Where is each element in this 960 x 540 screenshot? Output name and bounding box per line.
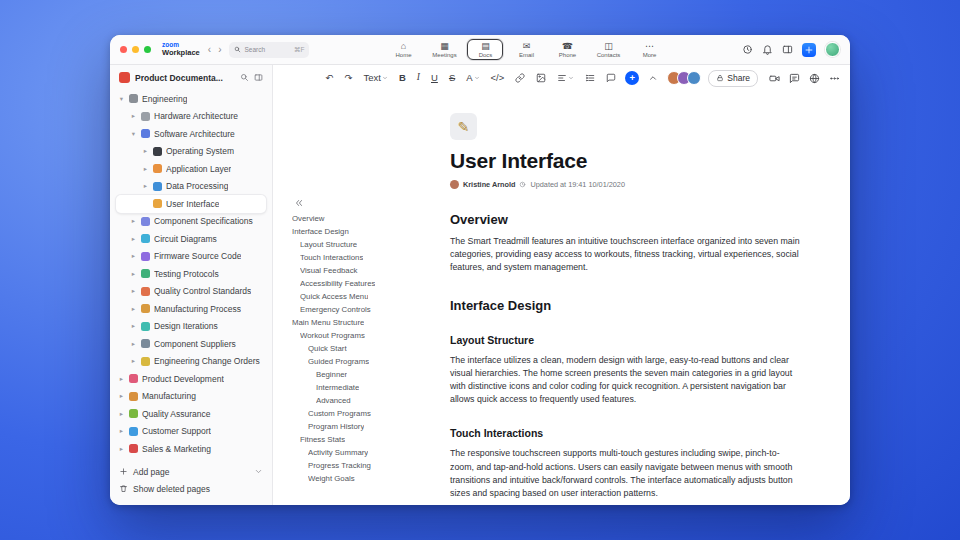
web-button[interactable] <box>809 73 820 84</box>
new-button[interactable] <box>802 43 816 57</box>
side-panel-button[interactable] <box>782 44 793 55</box>
outline-item[interactable]: Quick Access Menu <box>281 290 443 303</box>
sidebar-search-icon[interactable] <box>240 73 249 82</box>
chevron-right-icon[interactable]: ▸ <box>130 218 137 225</box>
tab-more[interactable]: ⋯More <box>631 39 667 60</box>
align-button[interactable] <box>555 70 576 86</box>
chevron-down-icon[interactable]: ▾ <box>130 131 137 138</box>
sidebar-item[interactable]: ▸Circuit Diagrams <box>116 230 266 248</box>
tab-meetings[interactable]: ▦Meetings <box>426 39 462 60</box>
chevron-right-icon[interactable]: ▸ <box>118 411 125 418</box>
chevron-down-icon[interactable]: ▾ <box>118 96 125 103</box>
tab-phone[interactable]: ☎Phone <box>549 39 585 60</box>
chevron-right-icon[interactable]: ▸ <box>118 393 125 400</box>
show-deleted-pages-button[interactable]: Show deleted pages <box>119 480 263 497</box>
outline-item[interactable]: Weight Goals <box>281 472 443 485</box>
text-color-button[interactable]: A <box>464 70 481 86</box>
sidebar-item[interactable]: ▸Component Specifications <box>116 213 266 231</box>
sidebar-item[interactable]: ▸Firmware Source Code <box>116 248 266 266</box>
strikethrough-button[interactable]: S <box>447 70 457 86</box>
outline-item[interactable]: Overview <box>281 212 443 225</box>
sidebar-item[interactable]: ▸Engineering Change Orders <box>116 353 266 371</box>
minimize-window-button[interactable] <box>132 46 139 53</box>
outline-item[interactable]: Advanced <box>281 394 443 407</box>
video-button[interactable] <box>769 73 780 84</box>
outline-item[interactable]: Layout Structure <box>281 238 443 251</box>
tab-home[interactable]: ⌂Home <box>385 39 421 60</box>
sidebar-item[interactable]: ▸Application Layer <box>116 160 266 178</box>
outline-item[interactable]: Emergency Controls <box>281 303 443 316</box>
chevron-right-icon[interactable]: ▸ <box>142 166 149 173</box>
share-button[interactable]: Share <box>708 70 758 87</box>
chevron-right-icon[interactable]: ▸ <box>118 428 125 435</box>
outline-item[interactable]: Quick Start <box>281 342 443 355</box>
notifications-button[interactable] <box>762 44 773 55</box>
sidebar-item[interactable]: ▸Product Development <box>116 370 266 388</box>
back-button[interactable]: ‹ <box>208 45 211 55</box>
chevron-right-icon[interactable]: ▸ <box>142 183 149 190</box>
text-style-button[interactable]: Text <box>362 70 390 86</box>
sidebar-collapse-icon[interactable] <box>254 73 263 82</box>
sidebar-item[interactable]: User Interface <box>116 195 266 213</box>
collapse-outline-icon[interactable] <box>294 198 304 208</box>
chevron-right-icon[interactable]: ▸ <box>118 446 125 453</box>
insert-button[interactable]: + <box>625 71 639 85</box>
user-avatar[interactable] <box>825 42 840 57</box>
image-button[interactable] <box>534 70 548 86</box>
collapse-toolbar-button[interactable] <box>646 70 660 86</box>
paragraph[interactable]: The Smart Treadmill features an intuitiv… <box>450 235 800 275</box>
chevron-right-icon[interactable]: ▸ <box>130 253 137 260</box>
outline-item[interactable]: Accessibility Features <box>281 277 443 290</box>
sidebar-item[interactable]: ▾Software Architecture <box>116 125 266 143</box>
chevron-right-icon[interactable]: ▸ <box>130 288 137 295</box>
sidebar-item[interactable]: ▸Design Iterations <box>116 318 266 336</box>
tab-docs[interactable]: ▤Docs <box>467 39 503 60</box>
comment-button[interactable] <box>604 70 618 86</box>
collaborator-avatars[interactable] <box>671 71 701 85</box>
zoom-window-button[interactable] <box>144 46 151 53</box>
more-options-button[interactable] <box>829 73 840 84</box>
chevron-right-icon[interactable]: ▸ <box>130 271 137 278</box>
sidebar-item[interactable]: ▸Quality Assurance <box>116 405 266 423</box>
outline-item[interactable]: Progress Tracking <box>281 459 443 472</box>
search-input[interactable]: Search ⌘F <box>229 42 309 58</box>
outline-item[interactable]: Intermediate <box>281 381 443 394</box>
sidebar-item[interactable]: ▸Component Suppliers <box>116 335 266 353</box>
outline-item[interactable]: Workout Programs <box>281 329 443 342</box>
sidebar-item[interactable]: ▸Data Processing <box>116 178 266 196</box>
sidebar-item[interactable]: ▸Manufacturing <box>116 388 266 406</box>
add-page-button[interactable]: Add page <box>119 463 263 480</box>
link-button[interactable] <box>513 70 527 86</box>
outline-item[interactable]: Program History <box>281 420 443 433</box>
outline-item[interactable]: Beginner <box>281 368 443 381</box>
section-heading[interactable]: Interface Design <box>450 298 800 313</box>
chevron-right-icon[interactable]: ▸ <box>142 148 149 155</box>
chevron-right-icon[interactable]: ▸ <box>130 358 137 365</box>
chevron-right-icon[interactable]: ▸ <box>130 113 137 120</box>
sidebar-item[interactable]: ▸Manufacturing Process <box>116 300 266 318</box>
sidebar-item[interactable]: ▸Customer Support <box>116 423 266 441</box>
undo-button[interactable]: ↶ <box>324 70 336 86</box>
outline-item[interactable]: Main Menu Structure <box>281 316 443 329</box>
bold-button[interactable]: B <box>397 70 408 86</box>
outline-item[interactable]: Touch Interactions <box>281 251 443 264</box>
sidebar-item[interactable]: ▸Testing Protocols <box>116 265 266 283</box>
sidebar-item[interactable]: ▸Quality Control Standards <box>116 283 266 301</box>
outline-item[interactable]: Visual Feedback <box>281 264 443 277</box>
chevron-right-icon[interactable]: ▸ <box>130 306 137 313</box>
outline-item[interactable]: Fitness Stats <box>281 433 443 446</box>
sidebar-item[interactable]: ▸Sales & Marketing <box>116 440 266 458</box>
underline-button[interactable]: U <box>429 70 440 86</box>
sidebar-item[interactable]: ▸Operating System <box>116 143 266 161</box>
chevron-right-icon[interactable]: ▸ <box>130 341 137 348</box>
paragraph[interactable]: The responsive touchscreen supports mult… <box>450 447 800 500</box>
paragraph[interactable]: The interface utilizes a clean, modern d… <box>450 354 800 407</box>
italic-button[interactable]: I <box>415 70 422 86</box>
sidebar-item[interactable]: ▸Hardware Architecture <box>116 108 266 126</box>
redo-button[interactable]: ↷ <box>343 70 355 86</box>
chat-button[interactable] <box>789 73 800 84</box>
outline-item[interactable]: Activity Summary <box>281 446 443 459</box>
chevron-right-icon[interactable]: ▸ <box>130 323 137 330</box>
tab-email[interactable]: ✉Email <box>508 39 544 60</box>
chevron-right-icon[interactable]: ▸ <box>130 236 137 243</box>
